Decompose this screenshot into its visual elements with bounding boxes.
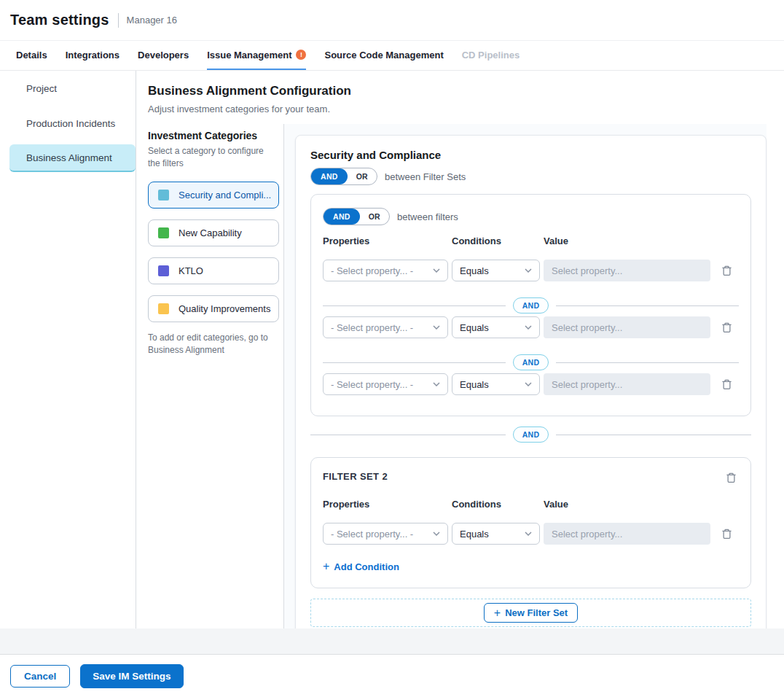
category-button-ktlo[interactable]: KTLO xyxy=(148,257,279,284)
tab-issue-management[interactable]: Issue Management ! xyxy=(207,41,306,70)
or-toggle-option[interactable]: OR xyxy=(360,209,389,225)
categories-edit-note: To add or edit categories, go to Busines… xyxy=(148,332,273,357)
between-filters-label: between filters xyxy=(397,211,458,222)
and-connector-pill: AND xyxy=(513,297,549,314)
category-color-swatch xyxy=(158,303,169,314)
cancel-button[interactable]: Cancel xyxy=(10,665,70,688)
chevron-down-icon xyxy=(433,268,440,273)
delete-row-button[interactable] xyxy=(719,526,734,542)
filter-set-2-title: FILTER SET 2 xyxy=(323,470,388,482)
investment-categories-panel: Investment Categories Select a category … xyxy=(148,124,284,628)
category-label: New Capability xyxy=(179,227,242,238)
main-panel: Business Alignment Configuration Adjust … xyxy=(136,71,784,628)
section-subtitle: Adjust investment categories for your te… xyxy=(148,104,767,114)
trash-icon xyxy=(721,322,732,333)
category-filters-card: Security and Compliance AND OR between F… xyxy=(295,135,767,645)
filter-row: - Select property... - Equals xyxy=(323,373,739,395)
trash-icon xyxy=(721,265,732,276)
settings-tab-bar: Details Integrations Developers Issue Ma… xyxy=(0,41,784,71)
page-header: Team settings Manager 16 xyxy=(0,0,784,41)
between-filter-sets-label: between Filter Sets xyxy=(385,171,466,182)
value-input[interactable] xyxy=(544,260,710,281)
content-area: Project Production Incidents Business Al… xyxy=(0,71,784,628)
section-title: Business Alignment Configuration xyxy=(148,84,767,98)
delete-row-button[interactable] xyxy=(719,262,734,279)
filter-row: - Select property... - Equals xyxy=(323,260,739,281)
trash-icon xyxy=(721,378,732,390)
action-bar: Cancel Save IM Settings xyxy=(0,655,784,697)
condition-select[interactable]: Equals xyxy=(452,260,540,281)
selected-category-title: Security and Compliance xyxy=(310,149,751,161)
sidebar-item-project[interactable]: Project xyxy=(0,71,136,106)
and-toggle-option[interactable]: AND xyxy=(311,168,348,184)
investment-categories-hint: Select a category to configure the filte… xyxy=(148,145,272,171)
column-header-conditions: Conditions xyxy=(452,235,540,246)
team-settings-page: Team settings Manager 16 Details Integra… xyxy=(0,0,784,697)
filters-panel-area: Security and Compliance AND OR between F… xyxy=(284,124,767,628)
chevron-down-icon xyxy=(433,382,440,386)
row-connector: AND xyxy=(323,297,739,314)
and-toggle-option[interactable]: AND xyxy=(324,209,360,225)
page-title: Team settings xyxy=(10,12,109,28)
column-header-value: Value xyxy=(544,235,710,246)
manager-context-label: Manager 16 xyxy=(127,15,177,26)
property-select[interactable]: - Select property... - xyxy=(323,373,448,395)
plus-icon: + xyxy=(494,606,501,620)
plus-icon: + xyxy=(323,561,329,572)
filter-set-1: AND OR between filters Properties Condit… xyxy=(310,194,751,416)
trash-icon xyxy=(726,472,737,483)
tab-details[interactable]: Details xyxy=(16,41,47,70)
category-label: Security and Compli... xyxy=(179,190,271,200)
value-input[interactable] xyxy=(544,316,710,338)
sidebar-item-business-alignment[interactable]: Business Alignment xyxy=(9,144,136,172)
category-button-security-and-compliance[interactable]: Security and Compli... xyxy=(148,182,279,209)
tab-developers[interactable]: Developers xyxy=(138,41,189,70)
sidebar-item-production-incidents[interactable]: Production Incidents xyxy=(0,106,136,141)
column-header-value: Value xyxy=(544,499,710,510)
column-header-properties: Properties xyxy=(323,235,448,246)
category-color-swatch xyxy=(158,265,169,276)
footer-strip xyxy=(0,628,784,655)
condition-select[interactable]: Equals xyxy=(452,523,540,545)
filter-set-connector: AND xyxy=(310,427,751,443)
add-condition-button[interactable]: + Add Condition xyxy=(323,561,399,572)
tab-integrations[interactable]: Integrations xyxy=(66,41,119,70)
filters-andor-toggle: AND OR xyxy=(323,208,390,225)
warning-badge-icon: ! xyxy=(296,50,306,60)
chevron-down-icon xyxy=(525,382,532,386)
save-im-settings-button[interactable]: Save IM Settings xyxy=(80,664,183,688)
investment-categories-title: Investment Categories xyxy=(148,130,278,141)
property-select[interactable]: - Select property... - xyxy=(323,523,448,545)
category-color-swatch xyxy=(158,227,169,238)
delete-row-button[interactable] xyxy=(719,376,734,392)
chevron-down-icon xyxy=(433,531,440,536)
value-input[interactable] xyxy=(544,373,710,395)
filter-sets-andor-toggle: AND OR xyxy=(310,168,377,185)
or-toggle-option[interactable]: OR xyxy=(348,168,377,184)
column-header-properties: Properties xyxy=(323,499,448,510)
settings-sidebar: Project Production Incidents Business Al… xyxy=(0,71,136,628)
property-select[interactable]: - Select property... - xyxy=(323,316,448,338)
chevron-down-icon xyxy=(525,325,532,330)
chevron-down-icon xyxy=(433,325,440,330)
condition-select[interactable]: Equals xyxy=(452,373,540,395)
category-button-new-capability[interactable]: New Capability xyxy=(148,219,279,246)
column-header-conditions: Conditions xyxy=(452,499,540,510)
tab-source-code-management[interactable]: Source Code Management xyxy=(324,41,443,70)
condition-select[interactable]: Equals xyxy=(452,316,540,338)
filter-row: - Select property... - Equals xyxy=(323,523,739,545)
new-filter-set-button[interactable]: + New Filter Set xyxy=(484,603,578,623)
property-select[interactable]: - Select property... - xyxy=(323,260,448,281)
filter-row: - Select property... - Equals xyxy=(323,316,739,338)
trash-icon xyxy=(721,528,732,540)
delete-filter-set-button[interactable] xyxy=(724,470,739,486)
value-input[interactable] xyxy=(544,523,710,545)
new-filter-set-dropzone: + New Filter Set xyxy=(310,599,751,627)
category-button-quality-improvements[interactable]: Quality Improvements xyxy=(148,295,279,322)
and-connector-pill: AND xyxy=(513,354,549,370)
tab-cd-pipelines[interactable]: CD Pipelines xyxy=(462,41,520,70)
row-connector: AND xyxy=(323,354,739,370)
delete-row-button[interactable] xyxy=(719,319,734,335)
category-color-swatch xyxy=(158,190,169,200)
category-label: Quality Improvements xyxy=(179,303,270,314)
